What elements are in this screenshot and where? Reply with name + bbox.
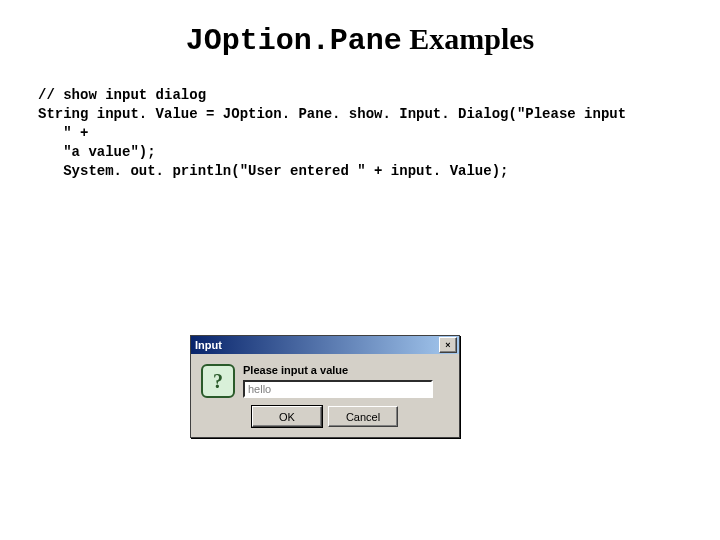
cancel-button[interactable]: Cancel — [328, 406, 398, 427]
code-example: // show input dialog String input. Value… — [38, 86, 720, 180]
dialog-body: ? Please input a value — [191, 354, 459, 406]
slide-title: JOption.Pane Examples — [0, 22, 720, 58]
close-icon: × — [445, 341, 450, 350]
title-word-part: Examples — [402, 22, 535, 55]
title-code-part: JOption.Pane — [186, 24, 402, 58]
code-line: " + — [38, 125, 88, 141]
code-line: String input. Value = JOption. Pane. sho… — [38, 106, 626, 122]
dialog-message: Please input a value — [243, 364, 449, 376]
dialog-icon-cell: ? — [201, 364, 233, 398]
dialog-title: Input — [195, 339, 222, 351]
input-dialog: Input × ? Please input a value OK Cancel — [190, 335, 460, 438]
code-line: System. out. println("User entered " + i… — [38, 163, 508, 179]
question-glyph: ? — [213, 370, 223, 393]
dialog-titlebar: Input × — [191, 336, 459, 354]
code-line: // show input dialog — [38, 87, 206, 103]
dialog-button-row: OK Cancel — [191, 406, 459, 437]
question-icon: ? — [201, 364, 235, 398]
code-line: "a value"); — [38, 144, 156, 160]
dialog-content: Please input a value — [243, 364, 449, 398]
ok-button[interactable]: OK — [252, 406, 322, 427]
close-button[interactable]: × — [439, 337, 457, 353]
dialog-text-input[interactable] — [243, 380, 433, 398]
input-dialog-screenshot: Input × ? Please input a value OK Cancel — [190, 335, 460, 438]
